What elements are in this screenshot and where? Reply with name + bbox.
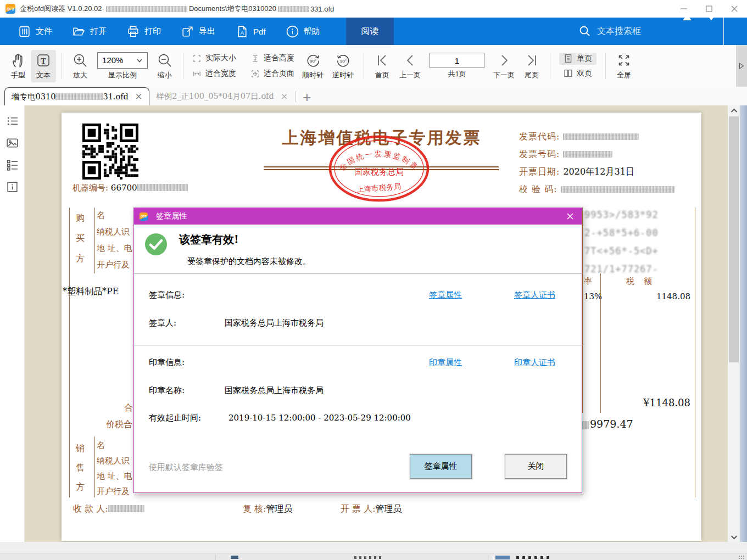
panel-expander-button[interactable]: [736, 45, 747, 87]
menu-file-label: 文件: [36, 26, 52, 37]
resize-grip[interactable]: [738, 555, 745, 560]
menu-open[interactable]: 打开: [62, 18, 116, 45]
status-bottom-row: [0, 553, 747, 560]
tax-total-value: ¥1148.08: [611, 397, 690, 408]
rotate-clockwise-button[interactable]: 90° 顺时针: [298, 50, 328, 82]
thumbnails-panel-button[interactable]: [5, 136, 19, 150]
previous-page-label: 上一页: [399, 70, 421, 80]
first-page-button[interactable]: 首页: [370, 50, 395, 82]
last-page-label: 尾页: [525, 70, 539, 80]
menu-export[interactable]: 导出: [171, 18, 225, 45]
redacted-path: [278, 6, 309, 12]
zoom-in-button[interactable]: 放大: [68, 50, 93, 82]
default-library-note: 使用默认签章库验签: [149, 462, 223, 473]
double-page-button[interactable]: 双页: [559, 68, 597, 80]
fit-height-label: 适合高度: [264, 53, 294, 63]
zoom-ratio-select[interactable]: 120%: [97, 52, 148, 69]
zoom-out-label: 缩小: [158, 70, 172, 80]
signature-properties-button[interactable]: 签章属性: [410, 454, 472, 479]
menu-help[interactable]: 帮助: [276, 18, 330, 45]
menu-pdf[interactable]: A Pdf: [225, 18, 276, 45]
single-page-button[interactable]: 单页: [559, 53, 597, 65]
toolbar-divider: [62, 53, 62, 79]
last-page-button[interactable]: 尾页: [519, 50, 544, 82]
text-tool-button[interactable]: T 文本: [31, 50, 56, 82]
next-page-button[interactable]: 下一页: [489, 50, 519, 82]
seal-certificate-link[interactable]: 印章人证书: [514, 357, 555, 368]
menu-help-label: 帮助: [304, 26, 320, 37]
zoom-in-icon: [72, 52, 88, 69]
dialog-close-button[interactable]: 关闭: [505, 454, 567, 479]
menu-export-label: 导出: [199, 26, 215, 37]
zoom-in-label: 放大: [73, 70, 87, 80]
redacted-text: [563, 133, 639, 140]
signature-properties-link[interactable]: 签章属性: [429, 290, 462, 300]
redacted-text: [137, 184, 188, 191]
actual-size-button[interactable]: 实际大小: [192, 53, 236, 63]
tab-document-1[interactable]: 增专电031031.ofd ×: [4, 87, 149, 105]
buyer-row-label: 名: [97, 210, 105, 221]
table-border: [94, 208, 95, 273]
page-number-input[interactable]: [430, 53, 484, 68]
close-button[interactable]: [722, 0, 747, 18]
tax-rate-header: 率: [584, 276, 592, 287]
machine-number: 机器编号: 66700: [73, 183, 188, 193]
search-next-icon[interactable]: [707, 15, 716, 20]
pdf-icon: A: [235, 25, 249, 38]
redacted-path: [106, 6, 187, 12]
dialog-close-icon[interactable]: [564, 210, 576, 222]
fit-height-button[interactable]: 适合高度: [250, 53, 294, 63]
zoom-ratio-value: 120%: [102, 55, 123, 65]
chevron-down-icon: [136, 57, 143, 64]
fit-page-icon: [250, 69, 260, 79]
fit-page-button[interactable]: 适合页面: [250, 69, 294, 79]
tab-document-2[interactable]: 样例2_正100_05*04月07日.ofd ×: [149, 87, 294, 105]
info-panel-button[interactable]: [5, 180, 19, 194]
search-previous-icon[interactable]: [683, 15, 692, 20]
fit-width-button[interactable]: 适合宽度: [192, 69, 236, 79]
dialog-titlebar[interactable]: OFD 签章属性: [134, 208, 582, 225]
menu-file[interactable]: 文件: [8, 18, 62, 45]
semantics-panel-button[interactable]: [5, 158, 19, 172]
vertical-scrollbar[interactable]: [728, 105, 740, 542]
scroll-up-icon[interactable]: [728, 105, 740, 115]
new-tab-button[interactable]: +: [303, 90, 311, 104]
tab2-close-icon[interactable]: ×: [281, 92, 288, 101]
window-title-prefix: 金税ofd阅读器 V1.0.20.02-: [20, 4, 104, 14]
seal-properties-link[interactable]: 印章属性: [429, 357, 462, 368]
tax-amount-header: 税 额: [626, 276, 655, 287]
seal-name-value: 国家税务总局上海市税务局: [225, 385, 324, 396]
table-border: [94, 436, 95, 497]
scrollbar-thumb[interactable]: [729, 116, 739, 362]
menu-print[interactable]: 打印: [116, 18, 171, 45]
zoom-out-button[interactable]: 缩小: [152, 50, 177, 82]
redacted-text: [561, 186, 675, 193]
reviewer-field: 复 核:管理员: [243, 503, 292, 515]
hand-tool-button[interactable]: 手型: [5, 50, 31, 82]
outline-panel-button[interactable]: [5, 114, 19, 128]
scroll-down-icon[interactable]: [728, 532, 740, 542]
previous-page-button[interactable]: 上一页: [395, 50, 425, 82]
actual-size-label: 实际大小: [205, 53, 236, 63]
grand-total-label-partial: 价税合: [106, 419, 132, 430]
validity-period-label: 有效起止时间:: [149, 413, 201, 423]
signer-label: 签章人:: [149, 318, 176, 328]
menubar-divider: [723, 18, 724, 45]
buyer-label-char: 买: [76, 233, 85, 244]
seller-row-label: 纳税人识: [97, 456, 130, 466]
svg-text:国家税务总局: 国家税务总局: [354, 167, 404, 177]
rotate-counterclockwise-button[interactable]: 90° 逆时针: [328, 50, 358, 82]
window-titlebar: OFD 金税ofd阅读器 V1.0.20.02- Documents\增专电03…: [0, 0, 747, 18]
signer-certificate-link[interactable]: 签章人证书: [514, 290, 555, 300]
redacted-text: [563, 151, 612, 158]
fullscreen-button[interactable]: 全屏: [611, 50, 637, 82]
text-search: [578, 18, 679, 45]
rotate-clockwise-icon: 90°: [305, 52, 321, 69]
signature-valid-detail: 受签章保护的文档内容未被修改。: [187, 256, 311, 267]
read-mode-button[interactable]: 阅读: [346, 18, 394, 45]
zoom-ratio-group: 120% 显示比例: [93, 50, 152, 82]
tab1-close-icon[interactable]: ×: [135, 92, 142, 101]
total-row-label-partial: 合: [124, 402, 133, 414]
table-border: [582, 208, 583, 413]
search-input[interactable]: [597, 26, 679, 36]
